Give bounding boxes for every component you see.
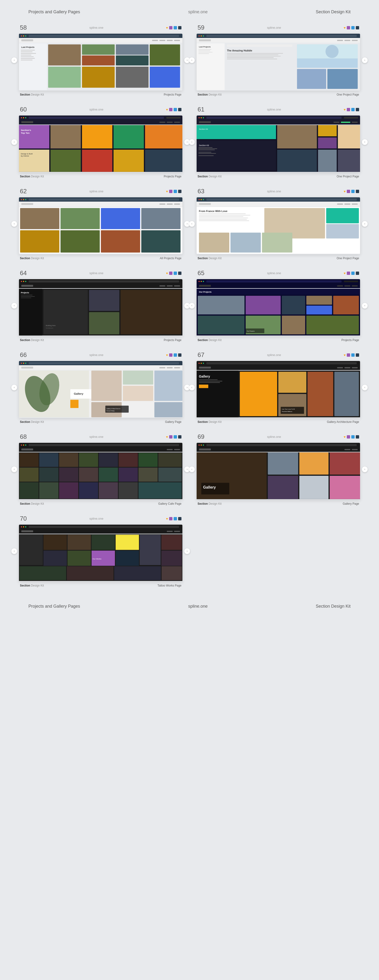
card-60: 60 spline.one ♥ ‹ [19, 106, 182, 178]
next-arrow-69[interactable]: › [362, 466, 368, 472]
svg-rect-106 [197, 289, 360, 294]
svg-rect-10 [82, 45, 115, 54]
card-59-preview[interactable]: Last Projects The Amazing Hubble [197, 34, 360, 91]
svg-rect-197 [116, 550, 139, 566]
caption-left-61: Section Design Kit [198, 175, 222, 178]
svg-rect-14 [150, 45, 180, 65]
next-arrow-59[interactable]: › [362, 57, 368, 63]
browser-content-64: Projects Building Here Architecture [19, 288, 182, 336]
svg-rect-18 [150, 67, 180, 88]
card-66-preview[interactable]: Gallery Gallery A New [19, 361, 182, 418]
cards-grid: 58 spline.one ♥ ‹ [0, 22, 379, 597]
card-58-preview[interactable]: Last Projects [19, 34, 182, 91]
svg-rect-49 [82, 150, 112, 172]
heart-icon: ♥ [344, 353, 346, 357]
card-58-icons: ♥ [166, 26, 181, 30]
card-70-preview[interactable]: Our Works [19, 525, 182, 582]
prev-arrow-64[interactable]: ‹ [11, 303, 17, 309]
card-66-caption: Section Design Kit Gallery Page [19, 418, 182, 423]
card-66-icons: ♥ [166, 353, 181, 357]
heart-icon: ♥ [166, 353, 168, 357]
purple-icon [169, 353, 173, 357]
svg-rect-44 [145, 125, 182, 148]
card-67-preview[interactable]: Gallery [197, 361, 360, 418]
svg-rect-98 [21, 298, 31, 298]
prev-arrow-63[interactable]: ‹ [189, 221, 195, 227]
card-62-preview[interactable] [19, 197, 182, 254]
prev-arrow-67[interactable]: ‹ [189, 385, 195, 390]
svg-rect-200 [67, 566, 113, 580]
card-65: 65 spline.one ♥ ‹ [197, 269, 360, 342]
browser-nav [19, 202, 182, 206]
svg-rect-30 [227, 57, 274, 58]
caption-left-62: Section Design Kit [20, 257, 44, 260]
svg-rect-192 [161, 535, 182, 550]
prev-arrow-59[interactable]: ‹ [189, 57, 195, 63]
card-63-preview[interactable]: From France With Love [197, 197, 360, 254]
dark-icon [356, 108, 359, 111]
svg-rect-135 [154, 402, 182, 417]
footer-left: Projects and Gallery Pages [29, 604, 80, 609]
blue-icon [351, 435, 355, 439]
svg-rect-74 [141, 208, 181, 229]
svg-rect-161 [39, 468, 59, 482]
next-arrow-70[interactable]: › [184, 548, 190, 554]
svg-rect-143 [240, 372, 277, 416]
card-66-number: 66 [20, 351, 27, 359]
svg-rect-6 [21, 56, 33, 57]
prev-arrow-62[interactable]: ‹ [11, 221, 17, 227]
svg-rect-59 [338, 125, 360, 148]
next-arrow-63[interactable]: › [362, 221, 368, 227]
svg-rect-156 [99, 453, 118, 467]
heart-icon: ♥ [166, 435, 168, 439]
card-65-preview[interactable]: Our Projects [197, 279, 360, 336]
svg-rect-11 [82, 56, 115, 65]
purple-icon [347, 108, 350, 111]
purple-icon [169, 190, 173, 193]
card-62-caption: Section Design Kit All Projects Page [19, 254, 182, 260]
prev-arrow-68[interactable]: ‹ [11, 466, 17, 472]
browser-bar [19, 443, 182, 447]
svg-rect-96 [21, 295, 32, 295]
prev-arrow-69[interactable]: ‹ [189, 466, 195, 472]
prev-arrow-58[interactable]: ‹ [11, 57, 17, 63]
next-arrow-67[interactable]: › [362, 385, 368, 390]
browser-content-61: Section Kit Section Kit [197, 124, 360, 172]
card-60-preview[interactable]: Section's Top Ten Design & Built by Inte… [19, 116, 182, 172]
caption-left-67: Section Design Kit [198, 420, 222, 423]
card-63-site: spline.one [267, 189, 281, 193]
svg-rect-153 [39, 453, 59, 467]
prev-arrow-60[interactable]: ‹ [11, 139, 17, 145]
card-68-preview[interactable] [19, 443, 182, 500]
card-69-preview[interactable]: Gallery [197, 443, 360, 500]
card-61-preview[interactable]: Section Kit Section Kit [197, 116, 360, 172]
card-65-caption: Section Design Kit Projects Page [197, 336, 360, 342]
svg-rect-110 [282, 296, 305, 315]
prev-arrow-66[interactable]: ‹ [11, 385, 17, 390]
card-67-caption: Section Design Kit Gallery Architecture … [197, 418, 360, 423]
card-67: 67 spline.one ♥ ‹ [197, 351, 360, 423]
next-arrow-61[interactable]: › [362, 139, 368, 145]
svg-rect-15 [48, 67, 81, 88]
card-68-number: 68 [20, 433, 27, 441]
heart-icon: ♥ [166, 108, 168, 111]
svg-rect-111 [306, 296, 332, 304]
card-63-top: 63 spline.one ♥ [197, 188, 360, 195]
prev-arrow-70[interactable]: ‹ [11, 548, 17, 554]
card-64-preview[interactable]: Projects Building Here Architecture [19, 279, 182, 336]
caption-left-58: Section Design Kit [20, 93, 44, 96]
svg-rect-193 [44, 550, 67, 566]
card-60-number: 60 [20, 106, 27, 113]
svg-rect-42 [82, 125, 112, 148]
prev-arrow-65[interactable]: ‹ [189, 303, 195, 309]
svg-rect-19 [197, 43, 225, 90]
svg-rect-83 [199, 216, 243, 217]
card-62-icons: ♥ [166, 189, 181, 193]
purple-icon [347, 190, 350, 193]
svg-rect-100 [89, 290, 119, 311]
prev-arrow-61[interactable]: ‹ [189, 139, 195, 145]
heart-icon: ♥ [344, 435, 346, 439]
browser-bar [19, 279, 182, 283]
svg-rect-167 [158, 468, 182, 482]
next-arrow-65[interactable]: › [362, 303, 368, 309]
